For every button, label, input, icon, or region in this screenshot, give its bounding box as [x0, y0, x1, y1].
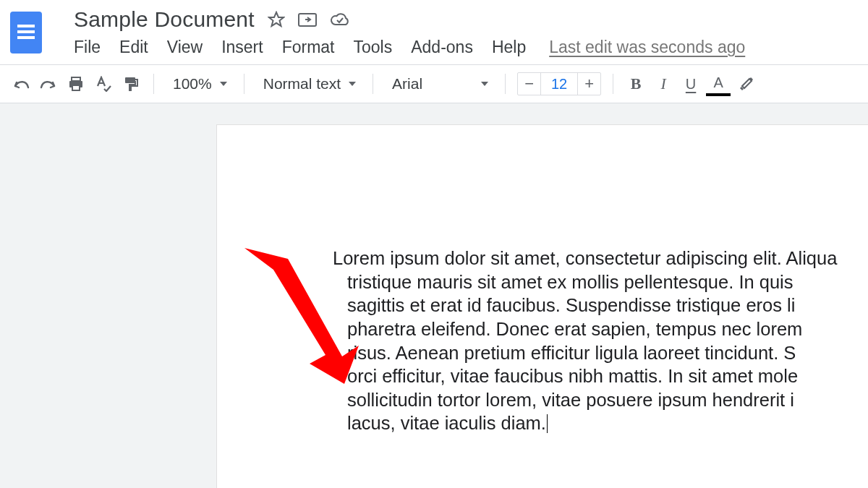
caret-down-icon: [348, 81, 357, 87]
svg-marker-0: [269, 12, 284, 26]
svg-marker-8: [481, 82, 488, 86]
caret-down-icon: [480, 81, 489, 87]
text-line: lacus, vitae iaculis diam.: [347, 413, 546, 433]
underline-button[interactable]: U: [680, 73, 702, 95]
menu-format[interactable]: Format: [282, 38, 335, 57]
cloud-saved-icon[interactable]: [330, 12, 350, 27]
font-size-value[interactable]: 12: [541, 76, 577, 93]
font-size-control: − 12 +: [517, 72, 601, 95]
paragraph[interactable]: Lorem ipsum dolor sit amet, consectetur …: [333, 247, 868, 435]
zoom-dropdown[interactable]: 100%: [166, 73, 232, 95]
svg-marker-6: [220, 82, 227, 86]
text-line: Lorem ipsum dolor sit amet, consectetur …: [333, 248, 837, 268]
separator: [244, 74, 244, 94]
svg-rect-4: [72, 85, 80, 90]
menu-view[interactable]: View: [167, 38, 203, 57]
redo-button[interactable]: [38, 73, 59, 95]
undo-button[interactable]: [10, 73, 32, 95]
bold-button[interactable]: B: [625, 73, 647, 95]
text-line: risus. Aenean pretium efficitur ligula l…: [347, 343, 796, 363]
print-button[interactable]: [65, 73, 87, 95]
paint-format-button[interactable]: [120, 73, 142, 95]
highlight-button[interactable]: [735, 73, 757, 95]
text-color-button[interactable]: A: [707, 73, 729, 95]
move-to-folder-icon[interactable]: [298, 12, 317, 27]
separator: [505, 74, 506, 94]
italic-button[interactable]: I: [652, 73, 674, 95]
menu-help[interactable]: Help: [492, 38, 526, 57]
paragraph-style-value: Normal text: [260, 75, 344, 93]
text-cursor: [547, 414, 548, 433]
menu-addons[interactable]: Add-ons: [411, 38, 473, 57]
paragraph-style-dropdown[interactable]: Normal text: [256, 73, 361, 95]
text-line: sollicitudin tortor lorem, vitae posuere…: [347, 390, 794, 410]
svg-rect-2: [72, 77, 80, 81]
font-size-increase[interactable]: +: [577, 73, 600, 95]
document-canvas[interactable]: Lorem ipsum dolor sit amet, consectetur …: [0, 103, 868, 488]
menu-insert[interactable]: Insert: [221, 38, 263, 57]
menu-tools[interactable]: Tools: [354, 38, 393, 57]
star-icon[interactable]: [268, 11, 285, 28]
last-edit-link[interactable]: Last edit was seconds ago: [549, 38, 745, 57]
text-line: pharetra eleifend. Donec erat sapien, te…: [347, 319, 802, 339]
caret-down-icon: [219, 81, 228, 87]
menu-edit[interactable]: Edit: [119, 38, 148, 57]
separator: [153, 74, 154, 94]
zoom-value: 100%: [170, 75, 215, 93]
document-title[interactable]: Sample Document: [74, 7, 255, 32]
svg-rect-5: [125, 77, 135, 83]
docs-logo[interactable]: [10, 12, 42, 53]
separator: [373, 74, 373, 94]
page[interactable]: Lorem ipsum dolor sit amet, consectetur …: [217, 125, 868, 488]
menu-file[interactable]: File: [74, 38, 101, 57]
separator: [613, 74, 613, 94]
text-line: sagittis et erat id faucibus. Suspendiss…: [347, 295, 795, 315]
spellcheck-button[interactable]: [93, 73, 114, 95]
text-line: tristique mauris sit amet ex mollis pell…: [347, 272, 793, 292]
toolbar: 100% Normal text Arial − 12 + B I U A: [0, 65, 868, 103]
font-name-value: Arial: [389, 75, 425, 93]
font-dropdown[interactable]: Arial: [385, 73, 493, 95]
text-line: orci efficitur, vitae faucibus nibh matt…: [347, 366, 798, 386]
font-size-decrease[interactable]: −: [518, 73, 541, 95]
svg-marker-7: [349, 82, 356, 86]
